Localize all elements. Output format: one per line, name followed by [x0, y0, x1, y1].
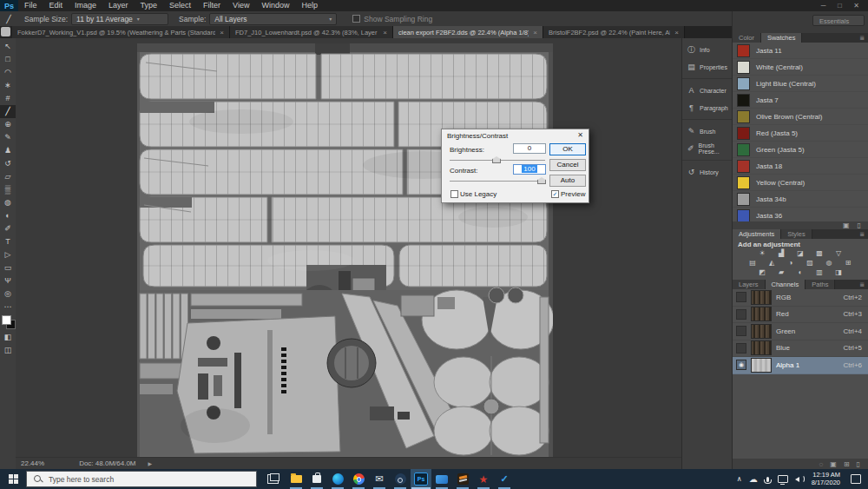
blur-tool[interactable]: ◍ [0, 196, 16, 209]
mail-icon[interactable]: ✉ [369, 469, 390, 489]
tab-color[interactable]: Color [733, 33, 761, 43]
dialog-close-icon[interactable]: ✕ [575, 131, 585, 139]
paragraph-panel-button[interactable]: ¶ Paragraph [682, 99, 732, 116]
task-view-icon[interactable] [267, 474, 279, 484]
close-button[interactable]: ✕ [848, 0, 865, 11]
panel-menu-icon[interactable]: ≣ [859, 229, 868, 239]
document-tab-clean-export-active[interactable]: clean export F2BF2.dds @ 22.4% (Alpha 1/… [393, 26, 543, 38]
properties-panel-button[interactable]: ▤ Properties [682, 58, 732, 76]
screen-mode-button[interactable]: ◫ [0, 344, 16, 357]
swatch-row[interactable]: Jasta 18 [733, 158, 868, 175]
visibility-toggle[interactable] [736, 326, 746, 336]
visibility-toggle[interactable] [736, 343, 746, 354]
eyedropper-preset-icon[interactable]: ╱ [0, 15, 17, 23]
battlenet-icon[interactable] [452, 469, 473, 489]
menu-image[interactable]: Image [69, 0, 102, 11]
store-icon[interactable] [306, 469, 327, 489]
crop-tool[interactable]: # [0, 92, 16, 105]
path-selection-tool[interactable]: ▷ [0, 248, 16, 261]
hand-tool[interactable]: Ψ [0, 274, 16, 287]
minimize-button[interactable]: ─ [815, 0, 832, 11]
move-tool[interactable]: ↖ [0, 40, 16, 53]
swatch-row[interactable]: White (Central) [733, 59, 868, 76]
onedrive-icon[interactable]: ☁ [749, 474, 758, 484]
swatch-color[interactable] [737, 193, 750, 206]
sampling-ring-checkbox[interactable] [352, 15, 360, 23]
action-center-icon[interactable] [851, 474, 861, 484]
visibility-toggle[interactable] [736, 309, 746, 320]
close-tab-icon[interactable]: × [674, 29, 679, 36]
swatch-row[interactable]: Olive Brown (Central) [733, 109, 868, 125]
collapsed-panel-stub[interactable] [1, 27, 10, 36]
swatch-color[interactable] [737, 143, 750, 156]
eyedropper-tool[interactable]: ╱ [0, 105, 16, 118]
character-panel-button[interactable]: A Character [682, 82, 732, 99]
taskbar-search-input[interactable]: Type here to search [26, 471, 257, 487]
quick-mask-button[interactable]: ◧ [0, 331, 16, 344]
panel-menu-icon[interactable]: ≣ [859, 33, 868, 43]
swatch-row[interactable]: Jasta 7 [733, 92, 868, 109]
delete-channel-icon[interactable]: ▯ [857, 460, 860, 468]
exposure-icon[interactable]: ▩ [814, 249, 825, 258]
auto-button[interactable]: Auto [549, 175, 586, 187]
restore-button[interactable]: □ [832, 0, 848, 11]
brightness-input[interactable]: 0 [513, 143, 546, 154]
start-button[interactable] [0, 474, 26, 484]
panel-menu-icon[interactable]: ≣ [859, 280, 868, 289]
menu-type[interactable]: Type [135, 0, 164, 11]
zoom-tool[interactable]: ◎ [0, 287, 16, 301]
swatch-row[interactable]: Green (Jasta 5) [733, 142, 868, 158]
channel-mixer-icon[interactable]: ◍ [824, 259, 835, 268]
posterize-icon[interactable]: ▰ [776, 268, 787, 277]
new-channel-icon[interactable]: ⊞ [844, 460, 850, 468]
healing-brush-tool[interactable]: ⊕ [0, 118, 16, 131]
menu-file[interactable]: File [18, 0, 43, 11]
document-tab-fokkerd7[interactable]: FokkerD7_Working_V1.psd @ 19.5% (Weather… [12, 26, 230, 38]
menu-edit[interactable]: Edit [43, 0, 69, 11]
history-panel-button[interactable]: ↺ History [682, 163, 732, 181]
clone-stamp-tool[interactable]: ♟ [0, 144, 16, 157]
quick-selection-tool[interactable]: ∗ [0, 79, 16, 92]
type-tool[interactable]: T [0, 235, 16, 248]
close-tab-icon[interactable]: × [533, 29, 537, 36]
gradient-map-icon[interactable]: ▥ [814, 268, 825, 277]
swatch-color[interactable] [737, 77, 750, 90]
brush-panel-button[interactable]: ✎ Brush [682, 122, 732, 140]
brightness-contrast-icon[interactable]: ☀ [757, 249, 768, 258]
tab-layers[interactable]: Layers [733, 280, 766, 289]
gradient-tool[interactable]: ▒ [0, 183, 16, 196]
volume-icon[interactable] [795, 475, 805, 483]
brightness-slider-thumb[interactable] [492, 156, 501, 163]
swatch-color[interactable] [737, 110, 750, 123]
close-tab-icon[interactable]: × [220, 29, 224, 36]
shape-tool[interactable]: ▭ [0, 261, 16, 274]
checkmark-app-icon[interactable]: ✓ [494, 469, 515, 489]
brush-tool[interactable]: ✎ [0, 131, 16, 144]
swatch-row[interactable]: Jasta 34b [733, 191, 868, 208]
tab-swatches[interactable]: Swatches [761, 33, 803, 43]
swatch-row[interactable]: Yellow (Central) [733, 175, 868, 191]
channel-row-blue[interactable]: Blue Ctrl+5 [733, 340, 868, 358]
swatch-color[interactable] [737, 127, 750, 140]
visibility-toggle[interactable] [736, 292, 746, 302]
swatch-row[interactable]: Jasta 36 [733, 208, 868, 221]
color-lookup-icon[interactable]: ⊞ [843, 259, 854, 268]
remote-desktop-icon[interactable] [431, 469, 452, 489]
chrome-icon[interactable] [348, 469, 369, 489]
document-tab-fd7[interactable]: FD7_J10_Lowenhardt.psd @ 42.3% (83%, Lay… [230, 26, 393, 38]
sample-dropdown[interactable]: All Layers ▾ [209, 13, 337, 25]
delete-swatch-icon[interactable]: ▯ [858, 221, 861, 229]
selective-color-icon[interactable]: ◨ [833, 268, 845, 277]
workspace-switcher[interactable]: Essentials [812, 15, 865, 26]
menu-window[interactable]: Window [255, 0, 295, 11]
edge-icon[interactable] [327, 469, 348, 489]
swatch-color[interactable] [737, 209, 750, 222]
photoshop-taskbar-icon[interactable]: Ps [411, 469, 431, 489]
swatch-row[interactable]: Red (Jasta 5) [733, 125, 868, 142]
swatch-row[interactable]: Jasta 11 [733, 43, 868, 59]
menu-layer[interactable]: Layer [102, 0, 135, 11]
use-legacy-checkbox[interactable] [450, 190, 458, 198]
swatch-row[interactable]: Light Blue (Central) [733, 76, 868, 92]
menu-select[interactable]: Select [163, 0, 197, 11]
file-explorer-icon[interactable] [286, 469, 306, 489]
